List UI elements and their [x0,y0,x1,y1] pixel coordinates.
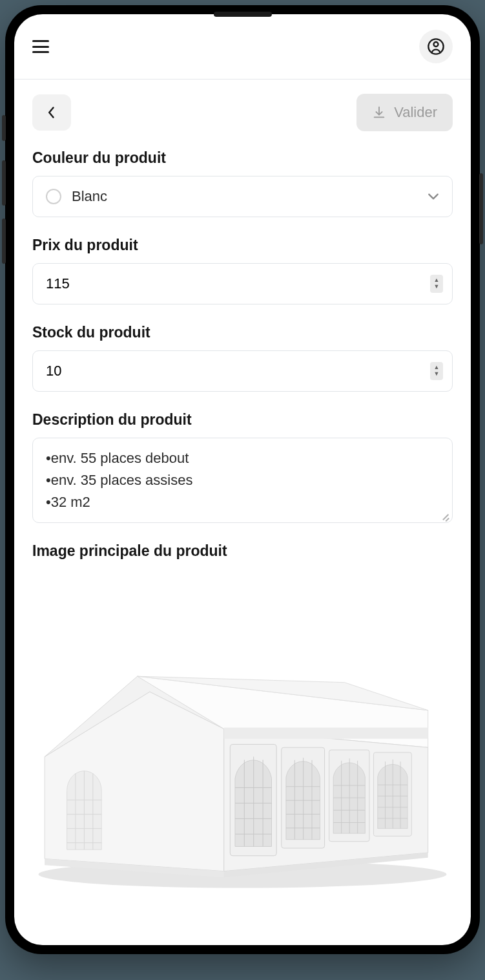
field-main-image: Image principale du produit [32,542,453,896]
stock-input[interactable] [46,363,413,379]
phone-speaker [214,12,272,17]
toolbar: Valider [14,80,471,145]
app-screen: Valider Couleur du produit Blanc Prix du… [14,14,471,945]
download-icon [372,105,386,120]
stock-input-wrapper: ▲▼ [32,350,453,392]
svg-rect-8 [224,728,428,739]
chevron-down-icon [428,193,439,200]
menu-icon[interactable] [32,40,49,53]
field-description: Description du produit •env. 55 places d… [32,411,453,523]
user-circle-icon [427,37,445,56]
phone-frame: Valider Couleur du produit Blanc Prix du… [5,5,480,954]
color-select[interactable]: Blanc [32,176,453,217]
validate-button-label: Valider [394,104,437,121]
product-image [32,573,453,896]
tent-illustration [32,573,453,896]
field-color: Couleur du produit Blanc [32,149,453,217]
resize-handle-icon[interactable] [440,511,449,520]
phone-side-button [479,173,483,244]
stock-stepper[interactable]: ▲▼ [430,362,443,380]
price-input[interactable] [46,275,413,292]
field-color-label: Couleur du produit [32,149,453,167]
field-main-image-label: Image principale du produit [32,542,453,560]
field-price: Prix du produit ▲▼ [32,237,453,304]
color-swatch [46,189,61,204]
field-stock-label: Stock du produit [32,324,453,341]
description-line: •env. 55 places debout [46,447,439,469]
app-header [14,14,471,80]
field-description-label: Description du produit [32,411,453,429]
phone-side-button [2,115,6,141]
phone-side-button [2,160,6,206]
chevron-left-icon [47,106,56,119]
svg-point-1 [434,42,439,47]
price-stepper[interactable]: ▲▼ [430,275,443,293]
description-line: •32 m2 [46,491,439,513]
account-button[interactable] [419,30,453,63]
color-select-value: Blanc [72,188,107,205]
price-input-wrapper: ▲▼ [32,263,453,304]
description-line: •env. 35 places assises [46,469,439,491]
validate-button[interactable]: Valider [356,94,453,131]
description-textarea[interactable]: •env. 55 places debout •env. 35 places a… [32,438,453,523]
field-price-label: Prix du produit [32,237,453,254]
form-content: Couleur du produit Blanc Prix du produit [14,145,471,945]
phone-side-button [2,218,6,264]
field-stock: Stock du produit ▲▼ [32,324,453,392]
back-button[interactable] [32,94,71,131]
